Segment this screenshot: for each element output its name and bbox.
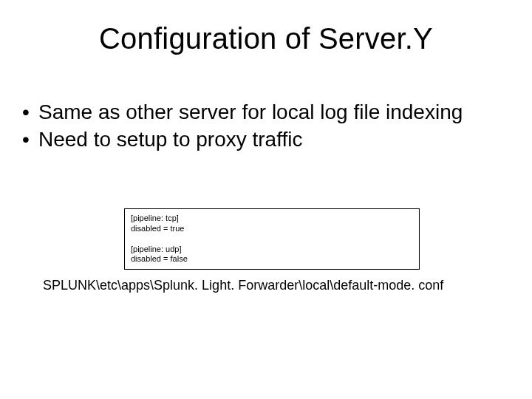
config-block: [pipeline: udp] disabled = false — [131, 245, 413, 265]
file-path: SPLUNK\etc\apps\Splunk. Light. Forwarder… — [43, 278, 443, 293]
config-line: disabled = true — [131, 224, 413, 234]
config-header: [pipeline: udp] — [131, 245, 413, 255]
slide-title: Configuration of Server.Y — [0, 22, 532, 55]
config-block: [pipeline: tcp] disabled = true — [131, 214, 413, 234]
config-box: [pipeline: tcp] disabled = true [pipelin… — [124, 208, 420, 270]
bullet-list: Same as other server for local log file … — [21, 100, 502, 154]
config-header: [pipeline: tcp] — [131, 214, 413, 224]
bullet-item: Need to setup to proxy traffic — [21, 127, 502, 151]
bullet-item: Same as other server for local log file … — [21, 100, 502, 124]
config-line: disabled = false — [131, 254, 413, 265]
slide: Configuration of Server.Y Same as other … — [0, 0, 532, 399]
